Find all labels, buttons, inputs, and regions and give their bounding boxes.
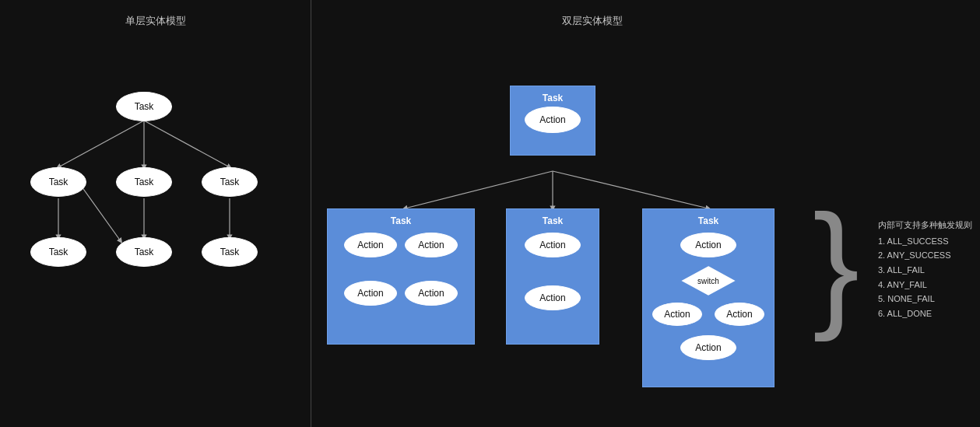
left-root-task: Task [116, 92, 172, 121]
right-title: 双层实体模型 [562, 14, 623, 28]
rc-action2: Action [652, 303, 702, 326]
left-leaf3: Task [202, 237, 258, 267]
legend-item-3: 3. ALL_FAIL [878, 263, 972, 278]
left-leaf2: Task [116, 237, 172, 267]
rc-action1: Action [680, 233, 736, 257]
right-root-task-box: Task Action [510, 86, 595, 156]
left-child-task-label: Task [391, 215, 411, 226]
legend: 内部可支持多种触发规则 1. ALL_SUCCESS 2. ANY_SUCCES… [878, 218, 972, 321]
lc-action2: Action [405, 233, 458, 257]
right-child-task-label: Task [698, 215, 718, 226]
middle-child-task-label: Task [543, 215, 563, 226]
root-task-label: Task [543, 93, 563, 103]
lc-action4: Action [405, 281, 458, 306]
right-child-box: Task Action switch Action Action [642, 208, 775, 387]
left-leaf1: Task [30, 237, 86, 267]
legend-item-4: 4. ANY_FAIL [878, 278, 972, 292]
svg-line-5 [82, 187, 121, 241]
left-child-box: Task Action Action Action Action [327, 208, 475, 345]
legend-item-2: 2. ANY_SUCCESS [878, 248, 972, 263]
svg-line-0 [58, 121, 144, 167]
mc-action1: Action [525, 233, 581, 257]
legend-item-5: 5. NONE_FAIL [878, 292, 972, 306]
svg-line-9 [553, 171, 708, 208]
svg-text:switch: switch [697, 277, 719, 285]
right-brace: } [813, 194, 859, 334]
switch-diamond-svg: switch [681, 265, 736, 296]
lc-action1: Action [344, 233, 397, 257]
svg-line-2 [144, 121, 230, 167]
rc-action4: Action [680, 335, 736, 360]
left-child1: Task [30, 167, 86, 197]
svg-line-7 [405, 171, 553, 208]
right-section: 双层实体模型 Task [311, 0, 980, 427]
legend-title: 内部可支持多种触发规则 [878, 218, 972, 233]
left-title: 单层实体模型 [125, 14, 186, 28]
left-lines-svg [0, 0, 311, 427]
root-action-oval: Action [525, 107, 581, 133]
middle-child-box: Task Action Action [506, 208, 599, 345]
rc-action3: Action [715, 303, 764, 326]
left-child2: Task [116, 167, 172, 197]
legend-item-6: 6. ALL_DONE [878, 306, 972, 321]
mc-action2: Action [525, 285, 581, 310]
left-child3: Task [202, 167, 258, 197]
lc-action3: Action [344, 281, 397, 306]
diagram-container: 单层实体模型 Task Task [0, 0, 980, 427]
legend-item-1: 1. ALL_SUCCESS [878, 234, 972, 249]
left-section: 单层实体模型 Task Task [0, 0, 311, 427]
